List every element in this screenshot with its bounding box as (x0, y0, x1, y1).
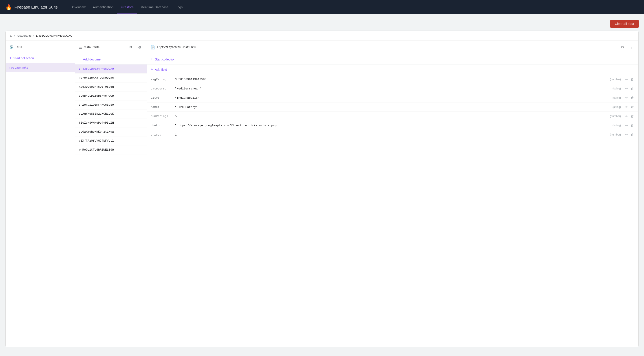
breadcrumb-restaurants[interactable]: restaurants (17, 34, 32, 37)
document-header-actions: ⧉ ⋮ (619, 44, 635, 51)
field-type: (number) (610, 78, 621, 81)
edit-field-button[interactable]: ✏ (624, 105, 629, 109)
field-actions: ✏🗑 (624, 105, 635, 109)
field-key: numRatings: (151, 115, 173, 118)
field-row: photo:"https://storage.googleapis.com/fi… (147, 121, 638, 130)
delete-field-button[interactable]: 🗑 (630, 86, 635, 91)
field-type: (number) (610, 133, 621, 136)
breadcrumb-current: Lnj35QLQW3x4PHosOUXU (36, 34, 72, 37)
field-key: avgRating: (151, 78, 173, 81)
panel-document-title: Lnj35QLQW3x4PHosOUXU (157, 45, 617, 49)
nav-link-realtime-database[interactable]: Realtime Database (137, 1, 172, 14)
field-value: 1 (175, 133, 608, 136)
list-item[interactable]: qp0wXmohoMhKpnzt1Kgw (75, 127, 147, 136)
list-item[interactable]: fEcZoNSVMNoPefyPBLZH (75, 118, 147, 127)
nav-links: OverviewAuthenticationFirestoreRealtime … (68, 1, 186, 14)
document-icon: 📄 (151, 45, 155, 50)
edit-field-button[interactable]: ✏ (624, 86, 629, 91)
clear-all-button[interactable]: Clear all data (610, 20, 638, 28)
edit-field-button[interactable]: ✏ (624, 77, 629, 82)
panel-collection-header: ☰ restaurants ⧉ ⚙ (75, 41, 147, 54)
copy-document-button[interactable]: ⧉ (619, 44, 626, 51)
field-value: "Fire Eatery" (175, 105, 611, 109)
add-field-button[interactable]: + Add field (147, 65, 638, 75)
field-key: name: (151, 105, 173, 109)
field-actions: ✏🗑 (624, 96, 635, 100)
plus-icon-root: + (9, 56, 12, 61)
field-row: category:"Mediterranean"(string)✏🗑 (147, 84, 638, 93)
list-item[interactable]: dL5B4vLDZZubSRy5PeQp (75, 92, 147, 101)
panel-document: 📄 Lnj35QLQW3x4PHosOUXU ⧉ ⋮ + Start colle… (147, 41, 638, 347)
field-value: "Mediterranean" (175, 87, 611, 90)
edit-field-button[interactable]: ✏ (624, 114, 629, 118)
add-document-label: Add document (83, 58, 103, 61)
field-key: city: (151, 96, 173, 100)
delete-field-button[interactable]: 🗑 (630, 132, 635, 137)
delete-field-button[interactable]: 🗑 (630, 96, 635, 100)
more-document-button[interactable]: ⋮ (628, 44, 635, 51)
start-collection-button-doc[interactable]: + Start collection (147, 54, 638, 65)
copy-collection-button[interactable]: ⧉ (127, 44, 134, 51)
field-row: name:"Fire Eatery"(string)✏🗑 (147, 103, 638, 112)
field-key: price: (151, 133, 173, 136)
list-item[interactable]: Pd7oNz2eXKxTQsKO9va6 (75, 74, 147, 83)
edit-field-button[interactable]: ✏ (624, 123, 629, 128)
nav-link-authentication[interactable]: Authentication (89, 1, 117, 14)
delete-field-button[interactable]: 🗑 (630, 123, 635, 128)
home-icon[interactable]: ⌂ (10, 34, 12, 38)
panel-root-title: Root (16, 45, 72, 49)
root-wifi-icon: 📡 (9, 45, 14, 49)
panel-root: 📡 Root + Start collection restaurants (6, 41, 75, 347)
start-collection-label-doc: Start collection (155, 58, 176, 61)
field-type: (number) (610, 115, 621, 118)
panel-root-header: 📡 Root (6, 41, 75, 53)
list-item[interactable]: eLAgYxeSS6k2zWORiLcK (75, 110, 147, 118)
field-value: "https://storage.googleapis.com/firestor… (175, 124, 611, 127)
top-navigation: 🔥 Firebase Emulator Suite OverviewAuthen… (0, 0, 644, 14)
nav-link-firestore[interactable]: Firestore (117, 1, 137, 14)
field-actions: ✏🗑 (624, 77, 635, 82)
field-type: (string) (612, 124, 621, 127)
filter-collection-button[interactable]: ⚙ (136, 44, 143, 51)
field-row: avgRating:3.5816899119913588(number)✏🗑 (147, 75, 638, 84)
panel-root-body: + Start collection restaurants (6, 53, 75, 347)
field-actions: ✏🗑 (624, 86, 635, 91)
list-item[interactable]: dnZokuiZOEmrnMOcBpSO (75, 101, 147, 110)
field-key: photo: (151, 124, 173, 127)
delete-field-button[interactable]: 🗑 (630, 105, 635, 109)
panel-collection: ☰ restaurants ⧉ ⚙ + Add document Lnj35QL… (75, 41, 147, 347)
field-row: price:1(number)✏🗑 (147, 130, 638, 139)
edit-field-button[interactable]: ✏ (624, 96, 629, 100)
plus-icon-col: + (151, 57, 153, 62)
collection-icon: ☰ (79, 45, 82, 50)
list-item[interactable]: Lnj35QLQW3x4PHosOUXU (75, 65, 147, 74)
field-key: category: (151, 87, 173, 90)
fire-icon: 🔥 (6, 4, 12, 10)
list-item-restaurants[interactable]: restaurants (6, 63, 75, 72)
nav-link-logs[interactable]: Logs (172, 1, 186, 14)
main-content: Clear all data ⌂ › restaurants › Lnj35QL… (0, 14, 644, 353)
list-item[interactable]: vBXfFAzOfqYGCfbFVULl (75, 136, 147, 145)
field-type: (string) (612, 87, 621, 90)
field-value: 5 (175, 115, 608, 118)
delete-field-button[interactable]: 🗑 (630, 114, 635, 118)
add-field-label: Add field (155, 68, 167, 72)
delete-field-button[interactable]: 🗑 (630, 77, 635, 82)
start-collection-button-root[interactable]: + Start collection (6, 53, 75, 63)
list-item[interactable]: Rqq3DcuUdHTsOBfOSd5h (75, 83, 147, 92)
nav-link-overview[interactable]: Overview (68, 1, 89, 14)
field-type: (string) (612, 105, 621, 109)
field-actions: ✏🗑 (624, 123, 635, 128)
add-document-button[interactable]: + Add document (75, 54, 147, 65)
list-item[interactable]: wnRoGUiCTv6hRBWELl9Q (75, 145, 147, 154)
field-value: "Indianapolis" (175, 96, 611, 100)
app-title: Firebase Emulator Suite (14, 5, 58, 10)
app-brand: 🔥 Firebase Emulator Suite (6, 4, 58, 10)
breadcrumb-separator-2: › (33, 34, 34, 37)
plus-icon-doc: + (79, 57, 81, 62)
field-row: numRatings:5(number)✏🗑 (147, 112, 638, 121)
plus-icon-field: + (151, 67, 153, 72)
edit-field-button[interactable]: ✏ (624, 132, 629, 137)
panels-container: 📡 Root + Start collection restaurants ☰ … (6, 41, 638, 347)
field-value: 3.5816899119913588 (175, 78, 608, 81)
